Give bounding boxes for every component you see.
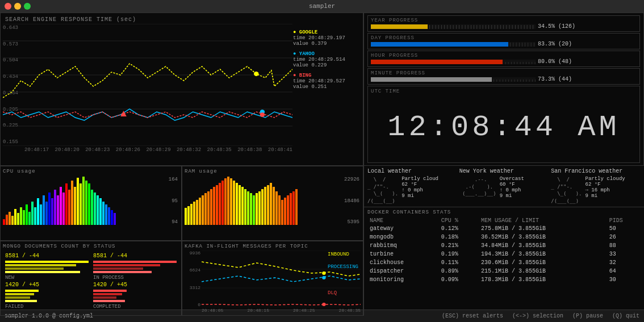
table-row: clickhouse0.11%230.6MiB / 3.855GiB32	[367, 258, 641, 267]
docker-table: NAME CPU % MEM USAGE / LIMIT PIDS gatewa…	[367, 217, 641, 284]
utc-panel: UTC TIME 12:08:44 AM	[367, 86, 640, 163]
cpu-bar	[31, 202, 34, 225]
sf-temp: 62 °F	[586, 182, 641, 187]
ram-bar	[239, 185, 241, 225]
svg-point-11	[260, 112, 265, 117]
cpu-bar	[57, 195, 59, 225]
ram-bar	[221, 181, 224, 225]
sf-wind: → 16 mph	[586, 187, 641, 193]
day-progress-bar: |||||||||||||||||	[371, 42, 536, 47]
cpu-bar	[9, 212, 11, 225]
cpu-bar	[48, 193, 51, 225]
cpu-bar	[88, 183, 90, 225]
cpu-bar	[77, 178, 79, 225]
mongo-new-count: 8581 / -44	[5, 253, 89, 259]
close-button[interactable]	[5, 3, 11, 10]
minute-progress: MINUTE PROGRESS ||||||||||||||||||||||||…	[367, 68, 640, 85]
ram-bar	[216, 185, 218, 225]
kafka-title: KAFKA IN-FLIGHT MESSAGES PER TOPIC	[185, 244, 361, 249]
hour-progress: HOUR PROGRESS ||||||||||||||||||||||||||…	[367, 51, 640, 67]
cpu-bar	[34, 207, 36, 225]
table-row: gateway0.12%275.8MiB / 3.855GiB50	[367, 224, 641, 233]
ram-bar	[267, 185, 269, 225]
ram-bars	[185, 177, 361, 225]
cpu-bar	[20, 207, 22, 225]
cpu-chart: 164 95 94	[3, 177, 179, 225]
ram-bar	[264, 187, 266, 225]
x-axis: 20:48:17 20:48:20 20:48:23 20:48:26 20:4…	[3, 147, 361, 153]
cpu-bars	[3, 177, 179, 225]
svg-point-18	[322, 303, 325, 306]
cpu-bar	[43, 195, 45, 225]
bing-legend: ● BING time 20:48:29.527 value 0.251	[293, 73, 358, 90]
cpu-bar	[17, 213, 19, 225]
ram-bar	[258, 191, 261, 225]
table-row: turbine0.19%194.3MiB / 3.855GiB33	[367, 250, 641, 258]
sf-desc: Partly cloudy	[586, 176, 641, 182]
sf-weather: San Francisco weather \ / _ /""-. \_( ).…	[551, 168, 641, 204]
cpu-bar	[37, 198, 39, 225]
docker-panel: DOCKER CONTAINERS STATS NAME CPU % MEM U…	[364, 207, 644, 316]
sf-weather-title: San Francisco weather	[551, 168, 641, 174]
ram-bar	[270, 183, 272, 225]
ram-bar	[227, 177, 229, 225]
hour-label: HOUR PROGRESS	[371, 53, 637, 58]
table-row: dispatcher0.89%215.1MiB / 3.855GiB64	[367, 267, 641, 275]
ram-bar	[204, 193, 207, 225]
search-panel: SEARCH ENGINE RESPONSE TIME (sec) 0.643 …	[0, 12, 363, 166]
cpu-bar	[14, 209, 16, 225]
docker-col-cpu: CPU %	[439, 217, 479, 224]
legend: ● GOOGLE time 20:48:29.197 value 0.379 ●…	[293, 30, 358, 94]
cpu-bar	[6, 215, 8, 225]
ram-bar	[207, 191, 210, 225]
mongo-failed: 1420 / +45 FAILED	[5, 282, 89, 310]
day-bar-container: ||||||||||||||||| 83.3% (20)	[371, 41, 637, 47]
google-legend: ● GOOGLE time 20:48:29.197 value 0.379	[293, 30, 358, 47]
local-weather-title: Local weather	[367, 168, 457, 174]
minimize-button[interactable]	[14, 3, 21, 10]
local-temp: 62 °F	[402, 182, 457, 187]
search-chart	[3, 24, 292, 146]
ny-weather-title: New York weather	[459, 168, 549, 174]
kafka-dlq-label: DLQ	[328, 290, 358, 296]
ram-panel: RAM usage 22926 18486 5395	[182, 166, 363, 241]
mongo-completed-count: 1420 / +45	[93, 282, 177, 288]
maximize-button[interactable]	[24, 3, 31, 10]
cpu-bar	[102, 202, 104, 225]
ram-bar	[244, 189, 246, 225]
ram-bar	[247, 191, 249, 225]
ram-bar	[241, 187, 244, 225]
mongo-completed: 1420 / +45 COMPLETED	[93, 282, 177, 310]
sf-vis: 9 mi	[586, 193, 641, 199]
cpu-bar	[99, 198, 102, 225]
ny-temp: 60 °F	[500, 182, 549, 187]
mongo-failed-label: FAILED	[5, 304, 89, 310]
mongo-completed-label: COMPLETED	[93, 304, 177, 310]
cpu-bar	[23, 210, 25, 225]
kafka-panel: KAFKA IN-FLIGHT MESSAGES PER TOPIC 9936 …	[182, 241, 363, 316]
window-title: sampler	[309, 3, 335, 10]
cpu-bar	[51, 198, 53, 225]
year-bar-container: ||||||||||||||||||||||||||||||||||||||||…	[371, 23, 637, 30]
svg-point-16	[322, 271, 325, 275]
mongo-failed-count: 1420 / +45	[5, 282, 89, 288]
traffic-lights	[5, 3, 31, 10]
docker-col-pids: PIDS	[607, 217, 641, 224]
utc-time: 12:08:44 AM	[371, 94, 637, 160]
minute-label: MINUTE PROGRESS	[371, 70, 637, 76]
ram-bar	[256, 193, 258, 225]
cpu-bar	[114, 213, 116, 225]
table-row: rabbitmq0.21%34.84MiB / 3.855GiB88	[367, 241, 641, 250]
svg-point-17	[322, 276, 325, 279]
docker-col-name: NAME	[367, 217, 439, 224]
hour-bar-container: |||||||||||||||||||||||||||||||||| 80.0%…	[371, 58, 637, 65]
kafka-chart: INBOUND PROCESSING DLQ	[202, 250, 361, 307]
hour-fill	[371, 60, 503, 64]
ram-bar	[273, 187, 275, 225]
cpu-bar	[28, 212, 31, 225]
ram-bar	[196, 200, 198, 225]
mongo-new: 8581 / -44 NEW	[5, 253, 89, 281]
day-fill	[371, 42, 508, 47]
kafka-legend: INBOUND PROCESSING DLQ	[328, 252, 358, 296]
mongo-inprocess-label: IN PROCESS	[93, 275, 177, 281]
